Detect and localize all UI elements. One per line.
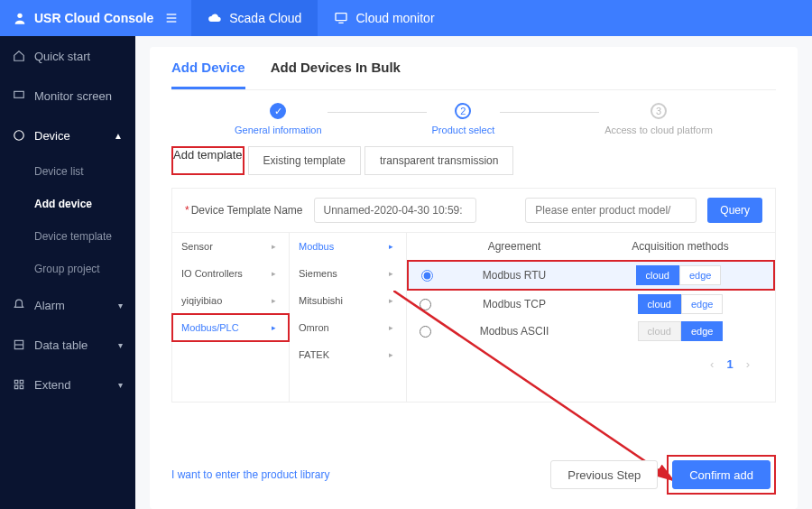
- edge-toggle[interactable]: edge: [681, 294, 723, 314]
- sidebar-item-data-table[interactable]: Data table ▾: [0, 325, 135, 365]
- bell-icon: [13, 299, 25, 311]
- pager-prev[interactable]: ‹: [710, 357, 714, 371]
- category-yiqiyibiao[interactable]: yiqiyibiao▸: [172, 287, 289, 314]
- chevron-down-icon: ▾: [118, 301, 123, 310]
- sidebar-item-quick-start[interactable]: Quick start: [0, 36, 135, 76]
- category-io-controllers[interactable]: IO Controllers▸: [172, 260, 289, 287]
- screen-icon: [13, 89, 25, 102]
- edge-toggle[interactable]: edge: [681, 321, 723, 341]
- category-modbus-plc[interactable]: Modbus/PLC▸: [172, 314, 289, 341]
- highlight-box: Confirm add: [667, 455, 776, 495]
- template-tab-add[interactable]: Add template: [173, 148, 243, 162]
- svg-rect-13: [20, 385, 23, 389]
- cloud-toggle[interactable]: cloud: [636, 265, 679, 285]
- check-icon: ✓: [270, 103, 286, 119]
- pager-next[interactable]: ›: [746, 357, 750, 371]
- brand-fatek[interactable]: FATEK▸: [290, 341, 406, 368]
- category-sensor[interactable]: Sensor▸: [172, 233, 289, 260]
- chevron-up-icon: ▲: [114, 131, 123, 141]
- tab-cloud-monitor[interactable]: Cloud monitor: [318, 0, 450, 36]
- table-icon: [13, 338, 25, 351]
- protocol-radio[interactable]: [420, 326, 431, 338]
- sidebar: Quick start Monitor screen Device ▲ Devi…: [0, 36, 135, 509]
- chevron-down-icon: ▾: [118, 380, 123, 390]
- protocol-name: Modbus RTU: [445, 269, 584, 282]
- cloud-toggle[interactable]: cloud: [638, 294, 681, 314]
- previous-step-button[interactable]: Previous Step: [550, 460, 658, 489]
- top-bar: USR Cloud Console Scada Cloud Cloud moni…: [0, 0, 812, 36]
- person-icon: [13, 11, 27, 25]
- brand-column: Modbus▸ Siemens▸ Mitsubishi▸ Omron▸ FATE…: [290, 233, 407, 402]
- step-general-info: ✓ General information: [235, 103, 322, 135]
- step-product-select: 2 Product select: [432, 103, 495, 135]
- cloud-toggle[interactable]: cloud: [638, 321, 681, 341]
- tab-scada-label: Scada Cloud: [229, 11, 301, 25]
- svg-point-7: [14, 131, 24, 141]
- step-line: [500, 112, 599, 113]
- step-number: 3: [651, 103, 667, 119]
- edge-toggle[interactable]: edge: [679, 265, 721, 285]
- page-tabs: Add Device Add Devices In Bulk: [171, 60, 776, 90]
- sidebar-sub-device-template[interactable]: Device template: [0, 220, 135, 253]
- brand-siemens[interactable]: Siemens▸: [290, 260, 406, 287]
- footer-buttons: Previous Step Confirm add: [550, 455, 776, 495]
- sidebar-label: Alarm: [34, 299, 65, 312]
- category-column: Sensor▸ IO Controllers▸ yiqiyibiao▸ Modb…: [172, 233, 290, 402]
- cloud-icon: [208, 11, 222, 25]
- sidebar-sub-add-device[interactable]: Add device: [0, 188, 135, 220]
- chevron-down-icon: ▾: [118, 340, 123, 350]
- protocol-radio[interactable]: [421, 270, 433, 282]
- device-icon: [13, 129, 25, 142]
- stepper: ✓ General information 2 Product select 3…: [171, 90, 776, 146]
- sidebar-label: Extend: [34, 378, 70, 392]
- protocol-name: Modbus TCP: [443, 298, 586, 310]
- brand: USR Cloud Console: [0, 0, 191, 36]
- template-name-row: *Device Template Name Query: [171, 188, 776, 233]
- highlight-box: Add template: [171, 146, 245, 175]
- sidebar-label: Device: [34, 129, 70, 143]
- brand-mitsubishi[interactable]: Mitsubishi▸: [290, 287, 406, 314]
- product-library-link[interactable]: I want to enter the product library: [171, 468, 329, 481]
- protocol-row-modbus-tcp[interactable]: Modbus TCP cloud edge: [407, 291, 775, 318]
- acquisition-pill: cloud edge: [636, 265, 722, 285]
- sidebar-item-alarm[interactable]: Alarm ▾: [0, 285, 135, 325]
- sidebar-label: Quick start: [34, 50, 90, 63]
- monitor-icon: [334, 11, 348, 25]
- sidebar-sub-group-project[interactable]: Group project: [0, 253, 135, 285]
- acquisition-pill: cloud edge: [638, 294, 724, 314]
- template-name-input[interactable]: [314, 198, 476, 223]
- brand-modbus[interactable]: Modbus▸: [290, 233, 406, 260]
- step-number: 2: [455, 103, 471, 119]
- sidebar-item-device[interactable]: Device ▲: [0, 116, 135, 155]
- main: Add Device Add Devices In Bulk ✓ General…: [135, 36, 812, 509]
- protocol-row-modbus-rtu[interactable]: Modbus RTU cloud edge: [409, 262, 773, 289]
- tab-add-device[interactable]: Add Device: [171, 60, 245, 89]
- sidebar-sub-device-list[interactable]: Device list: [0, 155, 135, 188]
- svg-rect-12: [14, 385, 18, 389]
- footer-row: I want to enter the product library Prev…: [171, 455, 776, 495]
- step-label: Product select: [432, 125, 495, 135]
- cascade: Sensor▸ IO Controllers▸ yiqiyibiao▸ Modb…: [171, 233, 776, 403]
- confirm-add-button[interactable]: Confirm add: [672, 460, 770, 489]
- svg-rect-4: [336, 14, 346, 21]
- svg-rect-6: [14, 91, 24, 97]
- template-tab-transparent[interactable]: transparent transmission: [364, 146, 513, 175]
- sidebar-label: Data table: [34, 338, 88, 352]
- brand-omron[interactable]: Omron▸: [290, 314, 406, 341]
- protocol-row-modbus-ascii[interactable]: Modbus ASCII cloud edge: [407, 318, 775, 345]
- highlight-box: Modbus RTU cloud edge: [407, 260, 775, 291]
- tab-monitor-label: Cloud monitor: [355, 11, 434, 25]
- menu-icon[interactable]: [164, 11, 179, 25]
- sidebar-item-extend[interactable]: Extend ▾: [0, 365, 135, 404]
- sidebar-item-monitor-screen[interactable]: Monitor screen: [0, 76, 135, 116]
- pager: ‹ 1 ›: [407, 345, 775, 371]
- tab-scada-cloud[interactable]: Scada Cloud: [191, 0, 318, 36]
- svg-point-0: [17, 14, 22, 18]
- protocol-radio[interactable]: [420, 299, 431, 310]
- query-button[interactable]: Query: [707, 198, 762, 223]
- step-label: Access to cloud platform: [604, 125, 713, 135]
- template-tab-existing[interactable]: Existing template: [248, 146, 361, 175]
- protocol-column: Agreement Acquisition methods Modbus RTU…: [407, 233, 775, 402]
- tab-add-devices-bulk[interactable]: Add Devices In Bulk: [271, 60, 401, 89]
- product-search-input[interactable]: [525, 198, 697, 223]
